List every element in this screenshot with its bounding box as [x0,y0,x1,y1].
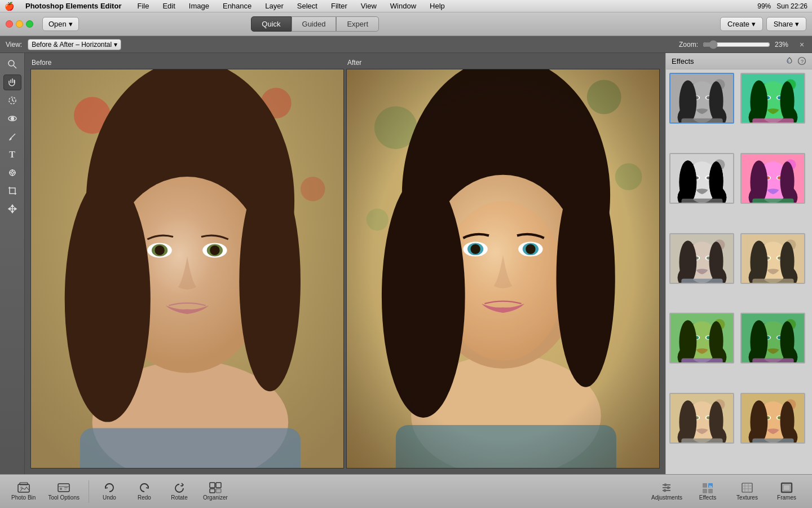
tool-zoom[interactable] [3,56,21,72]
tool-red-eye[interactable] [3,111,21,126]
zoom-area: Zoom: 23% × [679,40,806,49]
svg-point-11 [301,177,325,201]
menu-file[interactable]: File [135,2,151,10]
effects-header-icon1[interactable] [785,56,794,65]
svg-point-128 [679,321,696,363]
frames-icon [780,482,793,493]
share-button[interactable]: Share ▾ [766,17,806,31]
apple-menu[interactable]: 🍎 [5,2,14,11]
close-view-button[interactable]: × [797,40,806,49]
svg-point-69 [780,81,794,120]
zoom-slider[interactable] [703,40,770,49]
menu-image[interactable]: Image [187,2,211,10]
svg-point-152 [679,400,696,443]
rotate-button[interactable]: Rotate [162,480,196,503]
mode-tabs: Quick Guided Expert [251,16,379,32]
effect-thumb-colorize[interactable] [740,73,805,124]
textures-label: Textures [736,494,758,501]
menu-filter[interactable]: Filter [329,2,350,10]
canvas-area: Before [25,53,665,474]
tab-expert[interactable]: Expert [336,16,379,32]
effects-tab-label: Effects [699,494,716,501]
svg-point-105 [709,242,723,281]
effect-thumb-soft-gray[interactable] [669,233,734,284]
svg-rect-94 [752,199,793,203]
menu-enhance[interactable]: Enhance [220,2,254,10]
svg-rect-106 [681,278,722,282]
frames-tab[interactable]: Frames [767,480,806,503]
textures-tab[interactable]: Textures [727,480,767,503]
tool-brush[interactable] [3,129,21,144]
minimize-window-button[interactable] [16,20,23,28]
menu-bar: 🍎 Photoshop Elements Editor File Edit Im… [0,0,812,12]
after-portrait-svg [347,69,659,468]
menu-view[interactable]: View [359,2,379,10]
effect-thumb-green-tint[interactable] [669,313,734,364]
tool-options-button[interactable]: Tool Options [42,480,85,503]
frames-label: Frames [777,494,796,501]
redo-button[interactable]: Redo [127,480,161,503]
fullscreen-window-button[interactable] [26,20,33,28]
create-button[interactable]: Create ▾ [720,17,763,31]
svg-rect-70 [752,119,793,122]
svg-rect-58 [681,119,722,122]
adjustments-label: Adjustments [651,494,682,501]
svg-point-140 [750,321,767,363]
organizer-button[interactable]: Organizer [197,480,233,503]
menu-help[interactable]: Help [427,2,447,10]
svg-rect-190 [742,483,752,492]
tab-guided[interactable]: Guided [292,16,337,32]
svg-rect-172 [60,488,62,490]
battery-status: 99% [757,2,771,10]
effect-thumb-sketch[interactable] [669,153,734,204]
svg-point-129 [709,321,723,360]
svg-rect-176 [216,483,221,488]
effect-thumb-green-alt[interactable] [740,313,805,364]
undo-button[interactable]: Undo [92,480,126,503]
menu-window[interactable]: Window [388,2,418,10]
adjustments-tab[interactable]: Adjustments [646,480,688,503]
tool-quick-select[interactable] [3,93,21,108]
menu-layer[interactable]: Layer [263,2,286,10]
app-name: Photoshop Elements Editor [25,2,121,10]
tool-crop[interactable] [3,183,21,199]
bottom-bar: Photo Bin Tool Options Undo Redo [0,474,812,508]
svg-point-21 [210,246,219,255]
tool-hand[interactable] [3,75,21,90]
tool-text[interactable]: T [3,147,21,163]
tool-move[interactable] [3,201,21,217]
svg-point-165 [780,401,794,440]
svg-line-5 [11,134,15,138]
svg-rect-82 [681,199,722,203]
effect-thumb-warm-tint[interactable] [740,393,805,444]
view-select-dropdown[interactable]: Before & After – Horizontal ▾ [28,39,121,50]
effect-thumb-purple[interactable] [740,153,805,204]
svg-point-93 [780,161,794,200]
clock: Sun 22:26 [776,2,807,10]
main-toolbar: Open ▾ Quick Guided Expert Create ▾ Shar… [0,12,812,36]
tool-spot-heal[interactable] [3,165,21,181]
effects-help-icon[interactable]: ? [797,56,806,65]
open-button[interactable]: Open ▾ [42,17,79,31]
close-window-button[interactable] [6,20,13,28]
svg-point-141 [780,321,794,360]
svg-rect-177 [210,489,215,493]
svg-rect-188 [708,489,713,493]
svg-rect-175 [210,483,215,488]
effects-tab[interactable]: fx Effects [688,480,727,503]
effects-grid [666,69,812,474]
svg-point-117 [780,242,794,281]
svg-rect-185 [703,483,707,488]
tab-quick[interactable]: Quick [251,16,291,32]
effect-thumb-vintage[interactable] [669,393,734,444]
effect-thumb-grayscale[interactable] [669,73,734,124]
effects-title: Effects [672,57,694,65]
window-controls [6,20,33,28]
effect-thumb-sepia[interactable] [740,233,805,284]
right-bottom-tabs: Adjustments fx Effects Textures [646,475,806,508]
menu-select[interactable]: Select [295,2,320,10]
menu-edit[interactable]: Edit [160,2,177,10]
photo-bin-button[interactable]: Photo Bin [6,480,41,503]
photo-bin-label: Photo Bin [11,494,36,501]
rotate-icon [173,482,186,493]
